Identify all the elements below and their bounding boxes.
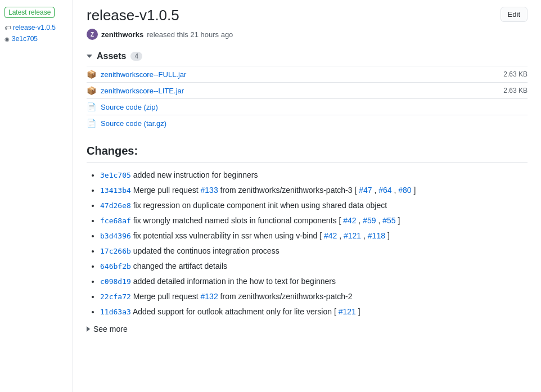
pr-link[interactable]: #59 [363, 216, 376, 225]
commit-text: Merge pull request [133, 292, 201, 301]
list-item: 3e1c705 added new instruction for beginn… [100, 169, 528, 181]
commit-hash-link[interactable]: 646bf2b [100, 262, 131, 271]
commit-text: fix potential xss vulnerability in ssr w… [133, 231, 324, 240]
commit-hash-link[interactable]: 13413b4 [100, 186, 131, 195]
release-header: release-v1.0.5 Edit [87, 7, 528, 24]
list-item: 47d26e8 fix regression on duplicate comp… [100, 200, 528, 211]
pr-link[interactable]: #42 [324, 231, 337, 240]
see-more-label: See more [93, 325, 128, 334]
assets-count: 4 [130, 52, 142, 61]
asset-full-jar-link[interactable]: zenithworkscore--FULL.jar [101, 70, 186, 79]
release-title: release-v1.0.5 [87, 7, 179, 24]
pr-link[interactable]: #121 [339, 307, 356, 316]
list-item: 17c266b updated the continuos integratio… [100, 245, 528, 257]
comma-sep: , [363, 231, 368, 240]
pr-link[interactable]: #42 [343, 216, 356, 225]
commit-hash-link[interactable]: c098d19 [100, 277, 131, 286]
zip-icon: 📄 [87, 102, 96, 111]
commit-hash-link[interactable]: b3d4396 [100, 232, 131, 240]
changes-list: 3e1c705 added new instruction for beginn… [87, 169, 528, 318]
list-item: 13413b4 Merge pull request #133 from zen… [100, 184, 528, 196]
commit-link[interactable]: 3e1c705 [12, 35, 38, 43]
asset-left-lite: 📦 zenithworkscore--LITE.jar [87, 86, 184, 95]
sidebar-tag: 🏷 release-v1.0.5 [4, 24, 68, 31]
asset-full-jar-size: 2.63 KB [503, 70, 528, 78]
jar-icon: 📦 [87, 70, 96, 79]
commit-hash-link[interactable]: 11d63a3 [100, 308, 131, 316]
sidebar-commit: ◉ 3e1c705 [4, 35, 68, 43]
commit-icon: ◉ [4, 36, 10, 42]
jar-lite-icon: 📦 [87, 86, 96, 95]
pr-link[interactable]: #118 [368, 231, 385, 240]
asset-item-lite-jar: 📦 zenithworkscore--LITE.jar 2.63 KB [87, 82, 528, 98]
list-item: 646bf2b changed the artifact details [100, 260, 528, 272]
asset-lite-jar-size: 2.63 KB [503, 87, 528, 94]
comma-sep: , [339, 231, 344, 240]
commit-hash-link[interactable]: fce68af [100, 217, 131, 225]
edit-button[interactable]: Edit [501, 7, 528, 22]
pr-link[interactable]: #132 [201, 292, 218, 301]
commit-text: ] [414, 186, 416, 195]
commit-text: from zenithworks/zenithworks-patch-2 [220, 292, 353, 301]
list-item: c098d19 added detailed information in th… [100, 276, 528, 287]
pr-link[interactable]: #55 [382, 216, 395, 225]
commit-text: Merge pull request [133, 186, 201, 195]
assets-section: Assets 4 📦 zenithworkscore--FULL.jar 2.6… [87, 51, 528, 131]
changes-title: Changes: [87, 145, 528, 163]
source-targz-link[interactable]: Source code (tar.gz) [101, 119, 166, 128]
targz-icon: 📄 [87, 119, 96, 128]
pr-link[interactable]: #133 [201, 186, 218, 195]
pr-link[interactable]: #121 [344, 231, 361, 240]
main-content: release-v1.0.5 Edit Z zenithworks releas… [73, 0, 541, 392]
commit-text: Added support for outlook attachment onl… [133, 307, 339, 316]
commit-text: updated the continuos integration proces… [133, 246, 279, 255]
list-item: 11d63a3 Added support for outlook attach… [100, 306, 528, 318]
commit-text: ] [398, 216, 400, 225]
list-item: fce68af fix wrongly matched named slots … [100, 215, 528, 227]
commit-hash-link[interactable]: 22cfa72 [100, 292, 131, 301]
pr-link[interactable]: #64 [378, 186, 391, 195]
source-targz-item: 📄 Source code (tar.gz) [87, 115, 528, 131]
commit-text: ] [387, 231, 390, 240]
commit-text: from zenithworks/zenithworks-patch-3 [ [220, 186, 359, 195]
source-zip-link[interactable]: Source code (zip) [101, 103, 158, 111]
asset-lite-jar-link[interactable]: zenithworkscore--LITE.jar [101, 87, 184, 95]
asset-left: 📦 zenithworkscore--FULL.jar [87, 70, 186, 79]
commit-text: added new instruction for beginners [133, 170, 258, 179]
commit-hash-link[interactable]: 3e1c705 [100, 171, 131, 179]
assets-title: Assets [97, 51, 126, 61]
list-item: 22cfa72 Merge pull request #132 from zen… [100, 291, 528, 303]
asset-item-full-jar: 📦 zenithworkscore--FULL.jar 2.63 KB [87, 66, 528, 82]
commit-text: changed the artifact details [133, 262, 227, 271]
commit-text: fix regression on duplicate component in… [133, 201, 387, 210]
source-zip-item: 📄 Source code (zip) [87, 98, 528, 115]
latest-release-badge: Latest release [4, 7, 55, 18]
see-more[interactable]: See more [87, 325, 528, 334]
commit-text: added detailed information in the how to… [133, 277, 336, 286]
commit-hash-link[interactable]: 17c266b [100, 247, 131, 255]
tag-link[interactable]: release-v1.0.5 [13, 24, 56, 31]
pr-link[interactable]: #47 [359, 186, 372, 195]
list-item: b3d4396 fix potential xss vulnerability … [100, 230, 528, 242]
see-more-chevron-icon [87, 326, 90, 332]
tag-icon: 🏷 [4, 24, 11, 31]
commit-text: ] [358, 307, 360, 316]
changes-section: Changes: 3e1c705 added new instruction f… [87, 145, 528, 334]
commit-text: fix wrongly matched named slots in funct… [133, 216, 344, 225]
release-description: released this 21 hours ago [147, 30, 233, 39]
pr-link[interactable]: #80 [398, 186, 411, 195]
author-link[interactable]: zenithworks [101, 30, 143, 39]
avatar: Z [87, 29, 98, 40]
sidebar: Latest release 🏷 release-v1.0.5 ◉ 3e1c70… [0, 0, 73, 392]
commit-hash-link[interactable]: 47d26e8 [100, 201, 131, 210]
release-meta: Z zenithworks released this 21 hours ago [87, 29, 528, 40]
assets-header[interactable]: Assets 4 [87, 51, 528, 61]
assets-chevron-icon [87, 55, 92, 58]
